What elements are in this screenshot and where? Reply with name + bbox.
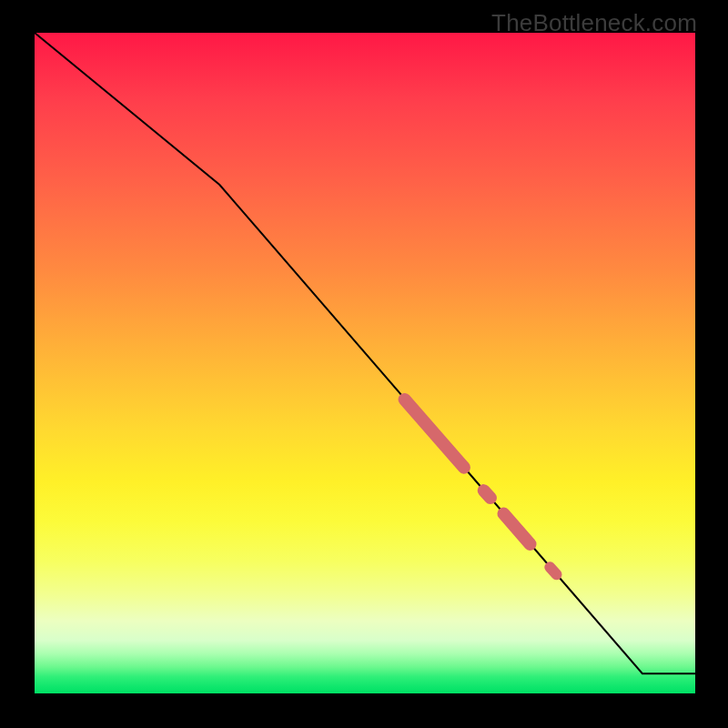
highlight-segment [503,514,530,544]
highlight-segment [550,567,556,574]
highlight-segment [484,490,490,498]
main-line [35,33,695,673]
plot-area [35,33,695,693]
highlight-segment [405,399,464,468]
highlight-group [405,399,557,574]
chart-svg [35,33,695,693]
chart-frame: TheBottleneck.com [0,0,728,728]
